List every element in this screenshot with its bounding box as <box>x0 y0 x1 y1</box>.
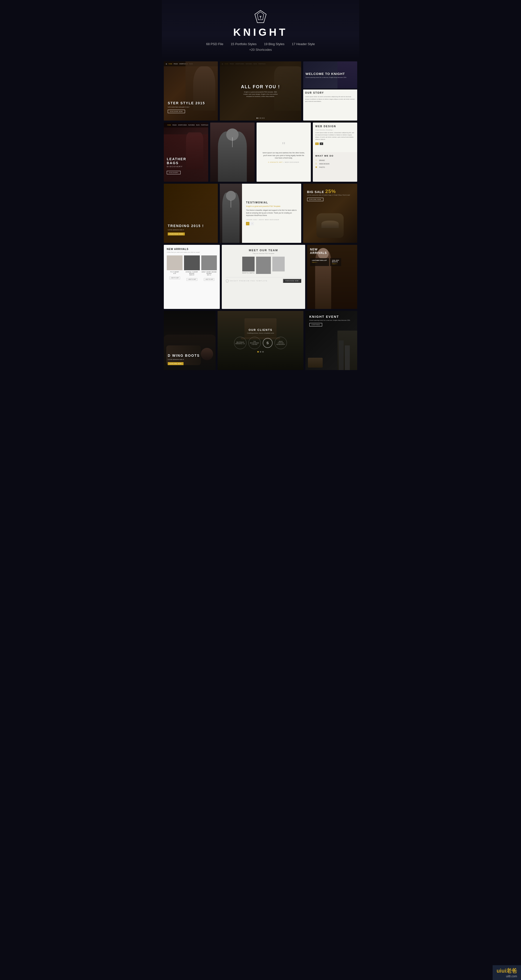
quote-text: lorem ipsum our way and sadness lies the… <box>261 152 306 159</box>
cell-meet-team: MEET OUR TEAM They are absolute PSD Temp… <box>222 245 305 309</box>
web-icon: ◻ <box>315 162 318 165</box>
ourstory-text: Lorem ipsum dolor sit amet consectetur a… <box>305 95 355 103</box>
clients-dot-1[interactable] <box>257 351 259 353</box>
webdesign-tags: B W <box>315 143 355 145</box>
cell-welcome-story[interactable]: WELCOME TO KNIGHT Grand opening event fo… <box>303 61 357 121</box>
webdesign-text: Lorem ipsum dolor sit amet, consectetur … <box>315 132 355 140</box>
svg-marker-3 <box>226 279 229 282</box>
cell-our-clients: OUR CLIENTS Crediting primeur, bonus ut … <box>218 311 303 370</box>
webdesign-title: WEB DESIGN <box>315 125 355 128</box>
leather-discovery: discovery <box>167 165 186 168</box>
welcome-title: WELCOME TO KNIGHT <box>306 72 345 76</box>
team-purchase-button[interactable]: PURCHASE NOW <box>283 279 301 283</box>
allforyou-overlay: ALL FOR YOU ! Knight is a great and powe… <box>220 61 301 121</box>
trending-purchase-button[interactable]: PURCHASE NOW <box>168 232 185 235</box>
ourstory-cell[interactable]: OUR STORY Lorem ipsum dolor sit amet con… <box>303 89 357 121</box>
bigsale-explore-button[interactable]: EXPLORE NOW <box>307 198 323 201</box>
hipster-subtitle: Let's come here and grab it now ! <box>168 106 190 108</box>
cell-quote: " lorem ipsum our way and sadness lies t… <box>257 123 311 182</box>
feature-4: 17 Header Style <box>292 42 315 46</box>
bigsale-title: BIG SALE 25% <box>307 189 336 194</box>
team-footer-logo: KNIGHT PREMIUM PSD TEMPLATE <box>229 280 268 282</box>
cell-allforyou[interactable]: HOMEPAGESSHORTCODESFEATURESBLOGPORTFOLIO… <box>220 61 301 121</box>
clients-subtitle: Crediting primeur, bonus ut laudaret sci… <box>247 332 274 334</box>
cell-leather-bags[interactable]: HOMEPAGESSHORTCODESFEATURESBLOGPORTFOLIO… <box>164 123 208 182</box>
grid-section: HOMEPAGESSHORTCODESBLOG STER STYLE 2015 … <box>162 59 359 372</box>
grid-row-1: HOMEPAGESSHORTCODESBLOG STER STYLE 2015 … <box>164 61 357 121</box>
whatwedo-item-1: ☆ BRAND <box>315 159 355 161</box>
newarrivals-subtitle: A little that you want and makes you loo… <box>167 251 217 253</box>
arrivals-items: T'S T-SHIRT $-25 + ADD TO CART STAPLE T-… <box>167 255 217 281</box>
arrival-addcart-1[interactable]: + ADD TO CART <box>169 277 180 279</box>
cell-new-arrivals-shop[interactable]: NEW ARRIVALS A little that you want and … <box>164 245 220 309</box>
whatwedo-cell: WHAT WE DO ☆ BRAND ◻ WEB DESIGN ▣ PHOTO <box>313 152 357 182</box>
team-member-2 <box>256 257 271 275</box>
feature-2: 15 Portfolio Styles <box>231 42 257 46</box>
client-logo-s: S <box>263 338 272 348</box>
grid-row-3: TRENDING 2015 ! Let the awesome side of … <box>164 184 357 243</box>
team-members: MARTIN SMITH <box>226 257 301 275</box>
boots-overlay: D WING BOOTS Let the awesome side of EXP… <box>164 311 216 370</box>
clients-dot-2[interactable] <box>260 351 261 353</box>
welcome-cell[interactable]: WELCOME TO KNIGHT Grand opening event fo… <box>303 61 357 89</box>
newmen-title: NEWARRIVALS <box>310 248 354 255</box>
boots-subtitle: Let the awesome side of <box>168 359 184 360</box>
team-avatar-3 <box>272 257 285 272</box>
client-logo-meatbeer: MEATBEERBREWING CO <box>234 337 247 349</box>
welcome-subtitle: Grand opening event for a new era. Knigh… <box>306 77 346 78</box>
header: T KNIGHT 68 PSD File 15 Portfolio Styles… <box>162 0 359 59</box>
boots-explore-button[interactable]: EXPLORE NOW <box>168 362 183 365</box>
shortcodes: +20 Shortcodes <box>167 48 354 51</box>
arrival-name-3: GREY SHIRT DENIM AKABO <box>201 271 217 274</box>
star-icon: ☆ <box>315 159 318 161</box>
arrival-item-2: STAPLE T-SHIRT BLACK $206.54 + ADD TO CA… <box>184 255 200 281</box>
arrival-addcart-2[interactable]: + ADD TO CART <box>186 278 198 281</box>
arrival-addcart-3[interactable]: + ADD TO CART <box>204 278 215 281</box>
trending-overlay: TRENDING 2015 ! Let the awesome side of … <box>164 184 218 243</box>
team-member-3 <box>272 257 285 275</box>
cell-new-men[interactable]: NEWARRIVALS LEATHER WALLET FIND IT > 10%… <box>307 245 357 309</box>
knight-event-title: KNIGHT EVENT <box>309 315 339 318</box>
grid-row-5: D WING BOOTS Let the awesome side of EXP… <box>164 311 357 370</box>
testimonial-subtitle: Knight is a great and powerful PSD Templ… <box>246 205 297 207</box>
leather-discovery-button[interactable]: DISCOVERY <box>167 171 180 174</box>
testimonial-next[interactable]: › <box>250 222 254 225</box>
clients-content: OUR CLIENTS Crediting primeur, bonus ut … <box>221 315 299 366</box>
newarrivals-title: NEW ARRIVALS <box>167 248 217 250</box>
webdesign-cell: WEB DESIGN Clean Direction, Branding + L… <box>313 123 357 152</box>
knight-event-subtitle: Grand opening event for a new era. Knigh… <box>309 320 350 321</box>
client-logo-beerstation: BEER STATIONDRINKSHOP <box>274 337 287 349</box>
grid-row-2: HOMEPAGESSHORTCODESFEATURESBLOGPORTFOLIO… <box>164 123 357 182</box>
newmen-overlay: NEWARRIVALS LEATHER WALLET FIND IT > 10%… <box>307 245 357 309</box>
meetteam-title: MEET OUR TEAM <box>226 249 301 252</box>
cell-trending[interactable]: TRENDING 2015 ! Let the awesome side of … <box>164 184 218 243</box>
testimonial-nav: ‹ › <box>246 222 297 225</box>
whatwedo-item-3: ▣ PHOTO <box>315 166 355 169</box>
arrival-price-3: $92.11 <box>201 274 217 276</box>
logo-icon: T <box>254 10 267 24</box>
whatwedo-item-2: ◻ WEB DESIGN <box>315 162 355 165</box>
cell-testimonial: TESTIMONIAL Knight is a great and powerf… <box>220 184 301 243</box>
clients-dot-3[interactable] <box>262 351 264 353</box>
features-row: 68 PSD File 15 Portfolio Styles 19 Blog … <box>167 42 354 46</box>
cell-wing-boots[interactable]: D WING BOOTS Let the awesome side of EXP… <box>164 311 216 370</box>
hipster-discover-button[interactable]: DISCOVER NOW <box>168 110 185 113</box>
leather-content: LEATHERBAGS discovery DISCOVERY <box>167 157 186 174</box>
brand-title: KNIGHT <box>167 26 354 38</box>
trending-title: TRENDING 2015 ! <box>168 224 204 228</box>
team-member-1: MARTIN SMITH <box>242 257 255 275</box>
whatwedo-title: WHAT WE DO <box>315 154 355 157</box>
cell-hipster[interactable]: HOMEPAGESSHORTCODESBLOG STER STYLE 2015 … <box>164 61 218 121</box>
cell-bigsale[interactable]: BIG SALE 25% Let the awesome side of lea… <box>303 184 357 243</box>
team-avatar-1 <box>242 257 255 272</box>
meetteam-subtitle: They are absolute PSD Template <box>226 253 301 254</box>
newmen-content: NEWARRIVALS LEATHER WALLET FIND IT > 10%… <box>310 248 354 266</box>
feature-1: 68 PSD File <box>206 42 223 46</box>
newmen-tag-boots[interactable]: 10% OFFBOOTS FIND IT > <box>330 258 341 266</box>
knight-event-continue-button[interactable]: CONTINUE <box>309 323 322 326</box>
newmen-tag-wallet[interactable]: LEATHER WALLET FIND IT > <box>310 258 329 266</box>
cell-knight-event[interactable]: KNIGHT EVENT Grand opening event for a n… <box>305 311 357 370</box>
testimonial-name: TESTIMONIAL <box>246 201 297 204</box>
testimonial-prev[interactable]: ‹ <box>246 222 249 225</box>
arrival-price-1: $-25 <box>167 273 183 274</box>
